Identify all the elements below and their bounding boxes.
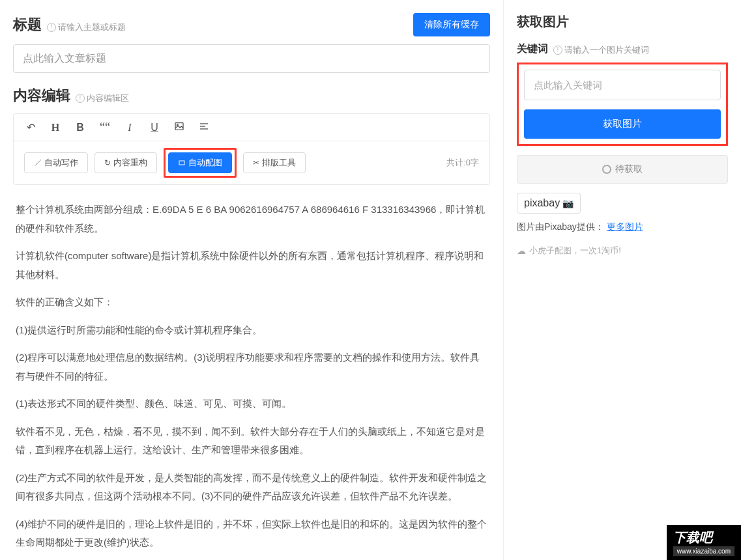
pixabay-tag: pixabay 📷	[517, 193, 581, 214]
heading-icon[interactable]: H	[49, 122, 62, 133]
info-icon: !	[47, 23, 56, 32]
keyword-header: 关键词 ! 请输入一个图片关键词	[517, 42, 728, 56]
circle-icon	[602, 165, 611, 174]
paragraph: 软件的正确含义如下：	[16, 293, 487, 312]
title-label: 标题	[13, 15, 42, 35]
svg-rect-5	[179, 161, 184, 165]
editor-toolbar: ↶ H B ““ I U 自动写作 ↻	[13, 113, 490, 185]
image-credit: 图片由Pixabay提供： 更多图片	[517, 221, 728, 233]
content-edit-hint: ! 内容编辑区	[76, 92, 129, 104]
undo-icon[interactable]: ↶	[24, 121, 37, 133]
auto-write-button[interactable]: 自动写作	[24, 152, 88, 173]
content-rebuild-button[interactable]: ↻ 内容重构	[94, 152, 157, 173]
info-icon: !	[553, 46, 562, 55]
left-panel: 标题 ! 请输入主题或标题 清除所有缓存 内容编辑 ! 内容编辑区 ↶ H	[0, 0, 503, 560]
underline-icon[interactable]: U	[148, 122, 161, 133]
word-count: 共计:0字	[446, 157, 479, 169]
italic-icon[interactable]: I	[123, 122, 136, 133]
more-images-link[interactable]: 更多图片	[607, 221, 643, 232]
title-header: 标题 ! 请输入主题或标题 清除所有缓存	[13, 13, 490, 36]
article-title-input[interactable]	[13, 44, 490, 73]
action-toolbar: 自动写作 ↻ 内容重构 自动配图 ✂ 排版工具 共计:0字	[14, 141, 489, 184]
align-icon[interactable]	[197, 121, 211, 134]
paragraph: (4)维护不同的硬件是旧的，理论上软件是旧的，并不坏，但实际上软件也是旧的和坏的…	[16, 515, 487, 552]
keyword-hint: ! 请输入一个图片关键词	[553, 44, 649, 56]
fetch-image-button[interactable]: 获取图片	[524, 109, 721, 139]
image-icon[interactable]	[173, 121, 186, 134]
auto-image-button[interactable]: 自动配图	[168, 152, 232, 173]
quote-icon[interactable]: ““	[98, 120, 111, 134]
format-toolbar: ↶ H B ““ I U	[14, 114, 489, 141]
paragraph: 软件看不见，无色，枯燥，看不见，摸不到，闻不到。软件大部分存在于人们的头脑或纸上…	[16, 423, 487, 460]
layout-tool-button[interactable]: ✂ 排版工具	[243, 152, 306, 173]
keyword-label: 关键词	[517, 42, 548, 56]
bold-icon[interactable]: B	[74, 122, 87, 133]
fetch-status: 待获取	[517, 155, 728, 184]
keyword-input[interactable]	[524, 70, 721, 100]
paragraph: 计算机软件(computer software)是指计算机系统中除硬件以外的所有…	[16, 247, 487, 284]
cloud-icon: ☁	[517, 245, 526, 256]
tip-text: ☁ 小虎子配图，一次1淘币!	[517, 245, 728, 257]
highlight-auto-image: 自动配图	[164, 148, 237, 178]
camera-icon: 📷	[562, 198, 574, 208]
title-hint: ! 请输入主题或标题	[47, 21, 126, 33]
watermark: 下载吧 www.xiazaiba.com	[667, 525, 741, 560]
paragraph: 整个计算机系统由两部分组成：E.69DA 5 E 6 BA 9062616964…	[16, 201, 487, 238]
paragraph: (1)提供运行时所需功能和性能的命令或计算机程序集合。	[16, 321, 487, 340]
paragraph: (1)表达形式不同的硬件类型、颜色、味道、可见、可摸、可闻。	[16, 395, 487, 413]
fetch-image-title: 获取图片	[517, 13, 728, 31]
right-panel: 获取图片 关键词 ! 请输入一个图片关键词 获取图片 待获取 pixabay 📷…	[503, 0, 741, 560]
highlight-keyword-box: 获取图片	[517, 63, 728, 146]
content-edit-label: 内容编辑	[13, 86, 70, 105]
paragraph: (2)生产方式不同的软件是开发，是人类智能的高发挥，而不是传统意义上的硬件制造。…	[16, 469, 487, 506]
info-icon: !	[76, 94, 85, 103]
paragraph: (2)程序可以满意地处理信息的数据结构。(3)说明程序功能要求和程序需要的文档的…	[16, 348, 487, 385]
editor-content[interactable]: 整个计算机系统由两部分组成：E.69DA 5 E 6 BA 9062616964…	[13, 190, 490, 560]
clear-cache-button[interactable]: 清除所有缓存	[413, 13, 490, 36]
